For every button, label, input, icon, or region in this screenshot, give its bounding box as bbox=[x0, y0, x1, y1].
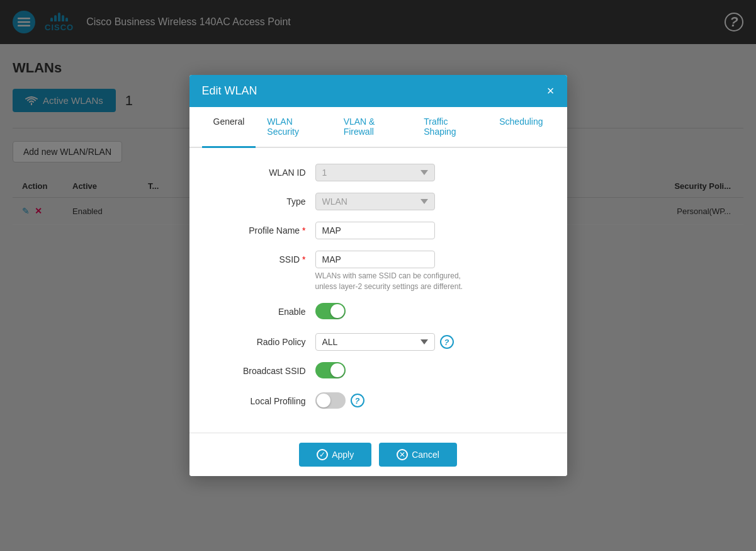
local-profiling-row-inner: ? bbox=[315, 392, 529, 409]
profile-name-label: Profile Name bbox=[227, 222, 315, 236]
ssid-label: SSID bbox=[227, 251, 315, 264]
enable-knob bbox=[330, 304, 344, 318]
wlan-id-control: 1 bbox=[315, 164, 529, 181]
broadcast-ssid-control bbox=[315, 362, 529, 381]
local-profiling-slider bbox=[315, 392, 346, 409]
modal-close-button[interactable]: × bbox=[547, 84, 555, 97]
tab-wlan-security[interactable]: WLAN Security bbox=[256, 107, 332, 148]
profile-name-control bbox=[315, 222, 529, 239]
modal-footer: ✓ Apply ✕ Cancel bbox=[189, 433, 567, 476]
broadcast-ssid-toggle[interactable] bbox=[315, 362, 346, 378]
type-row: Type WLAN bbox=[227, 193, 529, 210]
radio-policy-help-icon[interactable]: ? bbox=[440, 335, 454, 349]
apply-button[interactable]: ✓ Apply bbox=[299, 443, 371, 467]
type-select[interactable]: WLAN bbox=[315, 193, 435, 210]
enable-label: Enable bbox=[227, 303, 315, 317]
modal-title: Edit WLAN bbox=[202, 84, 257, 98]
modal-tabs: General WLAN Security VLAN & Firewall Tr… bbox=[189, 107, 567, 148]
profile-name-row: Profile Name bbox=[227, 222, 529, 239]
broadcast-ssid-knob bbox=[330, 363, 344, 377]
tab-scheduling[interactable]: Scheduling bbox=[488, 107, 554, 148]
local-profiling-row: Local Profiling ? bbox=[227, 392, 529, 409]
local-profiling-help-icon[interactable]: ? bbox=[351, 394, 364, 407]
profile-name-input[interactable] bbox=[315, 222, 435, 239]
tab-vlan-firewall[interactable]: VLAN & Firewall bbox=[332, 107, 413, 148]
local-profiling-control: ? bbox=[315, 392, 529, 409]
radio-policy-label: Radio Policy bbox=[227, 333, 315, 347]
wlan-id-select[interactable]: 1 bbox=[315, 164, 435, 181]
local-profiling-toggle[interactable] bbox=[315, 392, 346, 409]
ssid-hint: WLANs with same SSID can be configured, … bbox=[315, 271, 473, 292]
enable-toggle[interactable] bbox=[315, 303, 346, 319]
ssid-row: SSID WLANs with same SSID can be configu… bbox=[227, 251, 529, 292]
tab-traffic-shaping[interactable]: Traffic Shaping bbox=[412, 107, 488, 148]
radio-policy-row-inner: ALL ? bbox=[315, 333, 529, 351]
type-label: Type bbox=[227, 193, 315, 207]
radio-policy-select[interactable]: ALL bbox=[315, 333, 435, 351]
cancel-button[interactable]: ✕ Cancel bbox=[379, 443, 457, 467]
local-profiling-label: Local Profiling bbox=[227, 392, 315, 406]
wlan-id-row: WLAN ID 1 bbox=[227, 164, 529, 181]
broadcast-ssid-slider bbox=[315, 362, 346, 378]
modal-overlay: Edit WLAN × General WLAN Security VLAN &… bbox=[0, 0, 756, 551]
cancel-icon: ✕ bbox=[397, 449, 408, 460]
radio-policy-control: ALL ? bbox=[315, 333, 529, 351]
type-control: WLAN bbox=[315, 193, 529, 210]
apply-icon: ✓ bbox=[317, 449, 328, 460]
enable-control bbox=[315, 303, 529, 322]
ssid-input[interactable] bbox=[315, 251, 435, 268]
local-profiling-knob bbox=[317, 394, 330, 407]
broadcast-ssid-label: Broadcast SSID bbox=[227, 362, 315, 376]
radio-policy-row: Radio Policy ALL ? bbox=[227, 333, 529, 351]
enable-slider bbox=[315, 303, 346, 319]
ssid-control: WLANs with same SSID can be configured, … bbox=[315, 251, 529, 292]
modal-header: Edit WLAN × bbox=[189, 75, 567, 107]
edit-wlan-modal: Edit WLAN × General WLAN Security VLAN &… bbox=[189, 75, 567, 477]
tab-general[interactable]: General bbox=[202, 107, 256, 148]
modal-body: WLAN ID 1 Type WLAN Profile Name bbox=[189, 148, 567, 433]
wlan-id-label: WLAN ID bbox=[227, 164, 315, 178]
broadcast-ssid-row: Broadcast SSID bbox=[227, 362, 529, 381]
enable-row: Enable bbox=[227, 303, 529, 322]
